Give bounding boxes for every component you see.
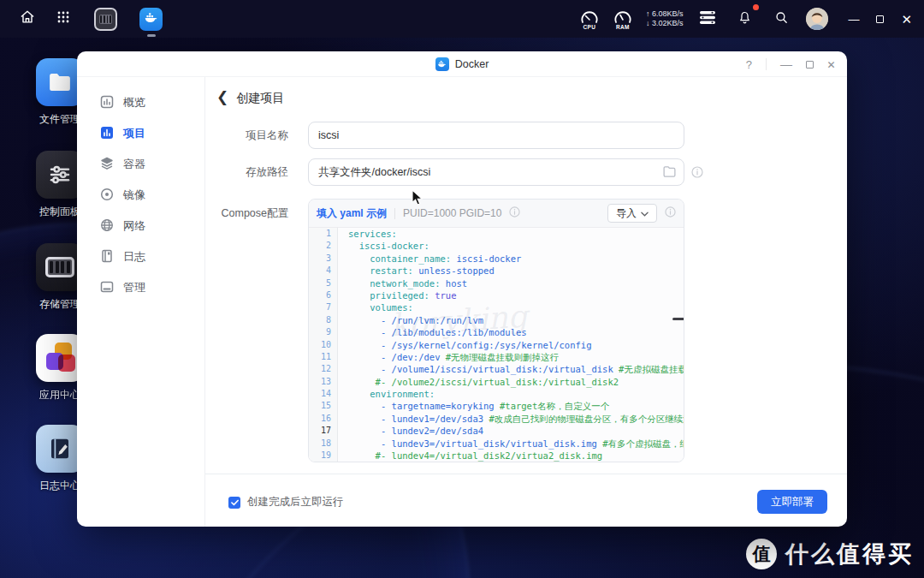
- sidebar-item-management[interactable]: 管理: [77, 272, 204, 303]
- window-titlebar[interactable]: Docker ? — ✕: [77, 51, 847, 77]
- sidebar-label: 镜像: [123, 188, 145, 203]
- task-list-icon: [699, 10, 716, 28]
- code-line[interactable]: 5 network_mode: host: [309, 277, 684, 289]
- sidebar-label: 项目: [123, 126, 145, 141]
- import-button[interactable]: 导入: [607, 204, 657, 223]
- home-button[interactable]: [15, 7, 39, 31]
- code-line[interactable]: 3 container_name: iscsi-docker: [309, 253, 684, 265]
- smzdm-watermark: 值 什么值得买: [746, 539, 914, 569]
- code-line[interactable]: 10 - /sys/kernel/config:/sys/kernel/conf…: [309, 339, 684, 351]
- window-minimize-button[interactable]: —: [780, 57, 792, 71]
- code-line[interactable]: 8 - /run/lvm:/run/lvm: [309, 314, 684, 326]
- path-info-icon[interactable]: [691, 166, 703, 182]
- taskbar-app-docker[interactable]: [139, 8, 163, 31]
- window-maximize-button[interactable]: [806, 61, 814, 69]
- desktop-icon-label: 文件管理: [39, 112, 80, 127]
- code-line[interactable]: 17 - lundev2=/dev/sda4: [309, 425, 684, 437]
- bell-icon: [737, 10, 752, 28]
- code-line[interactable]: 19 #- lundev4=/virtual_disk2/virtua2_dis…: [309, 450, 684, 462]
- maximize-button[interactable]: [876, 15, 884, 23]
- search-button[interactable]: [769, 7, 793, 31]
- minimize-button[interactable]: —: [848, 14, 859, 25]
- sidebar-label: 容器: [123, 157, 145, 172]
- code-line[interactable]: 13 #- /volume2/iscsi/virtual_disk:/virtu…: [309, 376, 684, 388]
- divider: [394, 208, 395, 219]
- code-line[interactable]: 14 environment:: [309, 388, 684, 400]
- search-icon: [774, 10, 789, 28]
- checkbox-checked[interactable]: [228, 497, 240, 509]
- sidebar-item-containers[interactable]: 容器: [77, 149, 204, 180]
- folder-picker-icon[interactable]: [662, 164, 678, 180]
- compose-editor-panel: 填入 yaml 示例 PUID=1000 PGID=10 导入 1service: [308, 199, 684, 462]
- storage-path-label: 存放路径: [205, 165, 288, 180]
- running-indicator: [147, 34, 156, 37]
- desktop-icon-label: 日志中心: [39, 479, 80, 493]
- docker-sidebar: 概览 项目 容器 镜像 网络 日志 管理: [77, 77, 205, 527]
- docker-window: Docker ? — ✕ 概览 项目 容器 镜像 网络: [77, 51, 847, 527]
- sidebar-label: 管理: [123, 280, 145, 295]
- notification-badge: [753, 4, 759, 10]
- project-name-input[interactable]: [308, 122, 684, 149]
- taskbar: CPU RAM ↑ 6.08KB/s ↓ 3.02KB/s: [0, 0, 924, 38]
- fill-yaml-example-link[interactable]: 填入 yaml 示例: [317, 206, 387, 221]
- network-icon: [100, 218, 114, 235]
- divider: [766, 58, 767, 70]
- ram-label: RAM: [616, 24, 630, 30]
- code-line[interactable]: 16 - lundev1=/dev/sda3 #改成自己找到的物理磁盘分区，有多…: [309, 413, 684, 425]
- sidebar-item-projects[interactable]: 项目: [77, 118, 204, 149]
- code-line[interactable]: 7 volumes:: [309, 301, 684, 313]
- chevron-down-icon: [641, 207, 649, 219]
- window-close-button[interactable]: ✕: [827, 58, 835, 70]
- editor-scrollbar-thumb[interactable]: [672, 318, 684, 320]
- project-name-label: 项目名称: [205, 128, 288, 143]
- code-line[interactable]: 4 restart: unless-stopped: [309, 265, 684, 277]
- yaml-code-editor[interactable]: 1services:2 iscsi-docker:3 container_nam…: [309, 228, 684, 462]
- run-after-create-label[interactable]: 创建完成后立即运行: [247, 495, 344, 509]
- network-speed[interactable]: ↑ 6.08KB/s ↓ 3.02KB/s: [646, 9, 684, 28]
- images-icon: [100, 188, 114, 204]
- taskbar-app-storage[interactable]: [94, 8, 117, 31]
- app-grid-button[interactable]: [51, 7, 75, 31]
- management-icon: [100, 280, 114, 296]
- home-icon: [19, 9, 36, 29]
- sidebar-label: 日志: [123, 249, 145, 265]
- run-after-create-checkbox-row[interactable]: 创建完成后立即运行: [228, 495, 344, 509]
- code-line[interactable]: 18 - lundev3=/virtual_disk/virtual_disk.…: [309, 438, 684, 450]
- containers-icon: [100, 157, 114, 173]
- task-list-button[interactable]: [696, 7, 720, 31]
- compose-info-icon[interactable]: [665, 206, 676, 221]
- storage-path-input[interactable]: [308, 158, 684, 186]
- back-chevron-icon[interactable]: ❮: [216, 92, 228, 104]
- page-title: 创建项目: [236, 91, 284, 106]
- footer-divider: [205, 474, 847, 474]
- close-button[interactable]: ✕: [901, 14, 912, 25]
- sidebar-item-logs[interactable]: 日志: [77, 241, 204, 272]
- desktop-window-controls: — ✕: [848, 14, 912, 25]
- sidebar-item-overview[interactable]: 概览: [77, 87, 204, 118]
- code-line[interactable]: 15 - targetname=koryking #target名称，自定义一个: [309, 400, 684, 412]
- code-line[interactable]: 9 - /lib/modules:/lib/modules: [309, 326, 684, 338]
- sidebar-item-images[interactable]: 镜像: [77, 180, 204, 211]
- help-button[interactable]: ?: [746, 58, 752, 71]
- overview-icon: [100, 95, 114, 111]
- code-line[interactable]: 12 - /volume1/iscsi/virtual_disk:/virtua…: [309, 363, 684, 375]
- sidebar-label: 概览: [123, 95, 145, 110]
- desktop-icon-label: 存储管理: [39, 297, 80, 312]
- apps-grid-icon: [56, 10, 70, 27]
- code-line[interactable]: 11 - /dev:/dev #无物理磁盘挂载则删掉这行: [309, 351, 684, 363]
- mouse-cursor: [412, 189, 424, 210]
- ram-monitor[interactable]: RAM: [613, 9, 633, 30]
- smzdm-badge: 值: [746, 539, 777, 569]
- download-speed: ↓ 3.02KB/s: [646, 19, 684, 28]
- sidebar-item-network[interactable]: 网络: [77, 211, 204, 241]
- puid-info-icon[interactable]: [509, 206, 520, 221]
- cpu-monitor[interactable]: CPU: [579, 9, 600, 30]
- docker-whale-icon: [144, 10, 158, 28]
- notifications-button[interactable]: [732, 7, 756, 31]
- code-line[interactable]: 6 privileged: true: [309, 289, 684, 301]
- user-avatar[interactable]: [806, 8, 828, 30]
- deploy-now-button[interactable]: 立即部署: [757, 490, 827, 514]
- sidebar-label: 网络: [123, 218, 145, 234]
- code-line[interactable]: 2 iscsi-docker:: [309, 240, 684, 252]
- code-line[interactable]: 1services:: [309, 228, 684, 240]
